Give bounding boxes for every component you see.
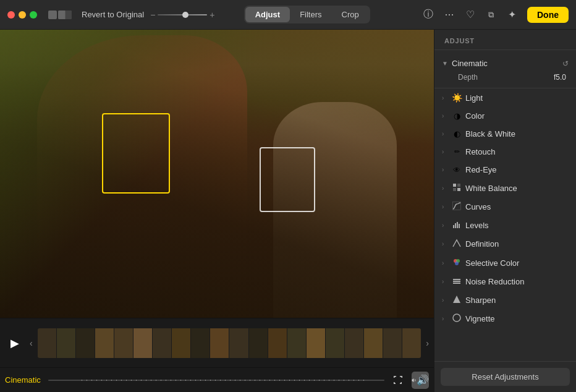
tab-filters[interactable]: Filters bbox=[290, 7, 331, 22]
filmstrip-next[interactable]: › bbox=[426, 338, 429, 348]
fullscreen-button[interactable] bbox=[30, 11, 37, 19]
bw-label: Black & White bbox=[465, 129, 569, 138]
definition-label: Definition bbox=[465, 239, 569, 249]
favorite-icon[interactable]: ♡ bbox=[464, 9, 476, 20]
adjust-header: ADJUST bbox=[434, 30, 576, 50]
adjust-item-bw[interactable]: › ◐ Black & White bbox=[434, 125, 576, 143]
face-detection-secondary[interactable] bbox=[260, 147, 315, 212]
light-icon: ☀️ bbox=[452, 93, 462, 103]
tab-crop[interactable]: Crop bbox=[332, 7, 369, 22]
retouch-icon: ✏ bbox=[452, 148, 462, 156]
timeline-track[interactable] bbox=[48, 380, 384, 381]
play-button[interactable]: ▶ bbox=[5, 336, 25, 350]
brightness-slider[interactable]: − + bbox=[150, 10, 214, 20]
svg-rect-1 bbox=[457, 184, 460, 187]
sharpen-chevron: › bbox=[442, 297, 448, 304]
more-icon[interactable]: ··· bbox=[443, 8, 455, 21]
plus-icon: + bbox=[210, 10, 214, 20]
redeye-icon: 👁 bbox=[452, 166, 462, 174]
filmstrip-frame bbox=[402, 328, 421, 358]
adjust-item-retouch[interactable]: › ✏ Retouch bbox=[434, 143, 576, 161]
face-detection-primary[interactable] bbox=[102, 113, 170, 194]
reset-adjustments-button[interactable]: Reset Adjustments bbox=[441, 368, 570, 386]
svg-point-11 bbox=[455, 262, 459, 265]
adjust-item-noise[interactable]: › Noise Reduction bbox=[434, 272, 576, 291]
cinematic-undo-icon[interactable]: ↺ bbox=[562, 59, 569, 68]
close-button[interactable] bbox=[7, 11, 15, 19]
info-icon[interactable]: ⓘ bbox=[422, 8, 434, 21]
svg-rect-12 bbox=[453, 279, 460, 280]
filmstrip-prev[interactable]: ‹ bbox=[30, 338, 33, 348]
tabs-group: Adjust Filters Crop bbox=[244, 6, 370, 23]
volume-icon[interactable]: 🔊 bbox=[412, 372, 429, 389]
sharpen-icon bbox=[452, 295, 462, 305]
slider-thumb[interactable] bbox=[182, 12, 188, 18]
filmstrip-bar: ▶ ‹ bbox=[0, 318, 434, 367]
cinematic-section-label: Cinematic bbox=[452, 59, 559, 68]
cinematic-section: ▼ Cinematic ↺ Depth f5.0 bbox=[434, 53, 576, 88]
adjust-item-curves[interactable]: › Curves bbox=[434, 197, 576, 216]
vignette-label: Vignette bbox=[465, 314, 569, 323]
adjust-item-sharpen[interactable]: › Sharpen bbox=[434, 291, 576, 309]
adjust-list: ▼ Cinematic ↺ Depth f5.0 › ☀️ Light › ◑ … bbox=[434, 50, 576, 361]
fullscreen-icon[interactable] bbox=[389, 372, 407, 389]
minimize-button[interactable] bbox=[19, 11, 26, 19]
adjust-item-levels[interactable]: › Levels bbox=[434, 216, 576, 234]
selective-color-icon bbox=[452, 258, 462, 268]
cinematic-expand-header[interactable]: ▼ Cinematic ↺ bbox=[434, 56, 576, 70]
filmstrip[interactable] bbox=[38, 328, 421, 358]
svg-rect-2 bbox=[453, 188, 456, 191]
adjust-item-color[interactable]: › ◑ Color bbox=[434, 107, 576, 125]
curves-chevron: › bbox=[442, 203, 448, 210]
levels-chevron: › bbox=[442, 222, 448, 229]
done-button[interactable]: Done bbox=[527, 7, 569, 23]
filmstrip-frame bbox=[153, 328, 171, 358]
tools-icon[interactable]: ✦ bbox=[506, 9, 519, 20]
filmstrip-frame bbox=[210, 328, 229, 358]
retouch-chevron: › bbox=[442, 148, 448, 155]
vignette-icon bbox=[452, 313, 462, 324]
adjust-item-definition[interactable]: › Definition bbox=[434, 234, 576, 254]
photo-overlay bbox=[0, 30, 434, 318]
minus-icon: − bbox=[150, 10, 155, 20]
filmstrip-frame bbox=[249, 328, 268, 358]
bottom-controls: Cinematic 🔊 bbox=[0, 367, 434, 392]
filmstrip-frame bbox=[287, 328, 306, 358]
depth-row: Depth f5.0 bbox=[434, 70, 576, 84]
vignette-chevron: › bbox=[442, 315, 448, 322]
curves-label: Curves bbox=[465, 202, 569, 211]
curves-icon bbox=[452, 202, 462, 211]
wb-chevron: › bbox=[442, 185, 448, 192]
wb-label: White Balance bbox=[465, 184, 569, 193]
filmstrip-frame bbox=[114, 328, 133, 358]
adjust-item-redeye[interactable]: › 👁 Red-Eye bbox=[434, 161, 576, 179]
duplicate-icon[interactable]: ⧉ bbox=[485, 10, 498, 20]
filmstrip-frame bbox=[229, 328, 248, 358]
adjust-item-selective[interactable]: › Selective Color bbox=[434, 254, 576, 272]
single-view-button[interactable] bbox=[48, 11, 57, 19]
split-view-button[interactable] bbox=[58, 11, 72, 19]
light-chevron: › bbox=[442, 95, 448, 101]
depth-label: Depth bbox=[458, 73, 478, 82]
tab-adjust[interactable]: Adjust bbox=[245, 7, 290, 22]
slider-track[interactable] bbox=[158, 14, 207, 15]
svg-rect-6 bbox=[455, 223, 456, 228]
adjust-item-wb[interactable]: › White Balance bbox=[434, 179, 576, 197]
revert-button[interactable]: Revert to Original bbox=[82, 10, 144, 19]
adjust-item-light[interactable]: › ☀️ Light bbox=[434, 88, 576, 107]
toolbar-icons: ⓘ ··· ♡ ⧉ ✦ Done bbox=[422, 7, 569, 23]
filmstrip-frame bbox=[307, 328, 325, 358]
svg-rect-5 bbox=[453, 225, 454, 228]
adjust-item-vignette[interactable]: › Vignette bbox=[434, 309, 576, 328]
wb-icon bbox=[452, 183, 462, 193]
filmstrip-frame bbox=[95, 328, 114, 358]
selective-label: Selective Color bbox=[465, 258, 569, 268]
sharpen-label: Sharpen bbox=[465, 296, 569, 305]
bw-icon: ◐ bbox=[452, 129, 462, 138]
light-label: Light bbox=[465, 93, 569, 103]
selective-chevron: › bbox=[442, 260, 448, 266]
revert-label: Revert to Original bbox=[82, 10, 144, 19]
definition-chevron: › bbox=[442, 241, 448, 247]
svg-rect-3 bbox=[457, 188, 460, 191]
titlebar: Revert to Original − + Adjust Filters Cr… bbox=[0, 0, 576, 30]
